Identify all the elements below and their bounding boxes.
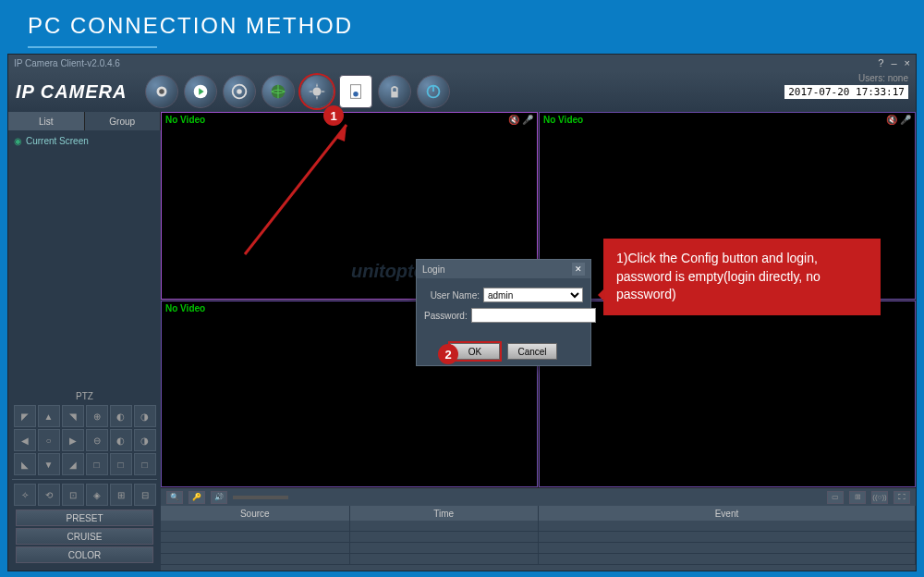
- event-rows: [161, 521, 916, 565]
- globe-small-icon: ◉: [14, 136, 22, 146]
- ptz-right[interactable]: ▶: [62, 429, 84, 451]
- dialog-titlebar: Login ✕: [417, 260, 590, 278]
- sidebar: List Group ◉ Current Screen PTZ ◤ ▲ ◥ ⊕ …: [8, 112, 161, 571]
- ptz-footer: PRESET CRUISE COLOR: [12, 506, 157, 567]
- speaker-icon[interactable]: 🔊: [211, 491, 227, 504]
- layout-1-icon[interactable]: ▭: [827, 491, 844, 504]
- ptz-down-left[interactable]: ◣: [14, 453, 36, 475]
- toolbar-icons: [145, 75, 450, 108]
- ptz-zoom-out[interactable]: ⊖: [86, 429, 108, 451]
- help-button[interactable]: ?: [878, 57, 883, 68]
- color-button[interactable]: COLOR: [16, 546, 153, 563]
- svg-point-1: [160, 89, 165, 94]
- device-tree: ◉ Current Screen: [8, 130, 161, 384]
- video-label: No Video: [165, 303, 205, 313]
- ptz-extra-3[interactable]: □: [134, 453, 156, 475]
- ptz-focus-near[interactable]: ◐: [110, 429, 132, 451]
- ptz-aux-2[interactable]: ⟲: [38, 484, 60, 506]
- banner-title: PC CONNECTION METHOD: [28, 13, 353, 39]
- ptz-title: PTZ: [12, 387, 157, 405]
- svg-point-6: [313, 87, 322, 95]
- event-header: Source Time Event: [161, 506, 916, 521]
- camera-icon[interactable]: [145, 75, 178, 108]
- ptz-panel: PTZ ◤ ▲ ◥ ⊕ ◐ ◑ ◀ ○ ▶ ⊖ ◐ ◑ ◣ ▼ ◢: [8, 384, 161, 571]
- event-table: Source Time Event: [161, 506, 916, 571]
- username-label: User Name:: [424, 290, 480, 301]
- toolbar-status: Users: none 2017-07-20 17:33:17: [784, 73, 908, 99]
- config-gear-icon[interactable]: [300, 75, 334, 108]
- minimize-button[interactable]: –: [891, 57, 896, 68]
- lock-icon[interactable]: [378, 75, 411, 108]
- event-row: [161, 554, 916, 565]
- ptz-up-right[interactable]: ◥: [62, 405, 84, 427]
- ptz-iris-open[interactable]: ◑: [134, 405, 156, 427]
- ptz-iris-close[interactable]: ◑: [134, 429, 156, 451]
- volume-slider[interactable]: [233, 496, 288, 499]
- cancel-button[interactable]: Cancel: [507, 343, 557, 360]
- ptz-up[interactable]: ▲: [38, 405, 60, 427]
- video-label: No Video: [543, 115, 583, 125]
- col-event: Event: [539, 506, 916, 521]
- ptz-extra-1[interactable]: □: [86, 453, 108, 475]
- event-row: [161, 532, 916, 543]
- ptz-aux-4[interactable]: ◈: [86, 484, 108, 506]
- tree-item-current-screen[interactable]: ◉ Current Screen: [12, 134, 157, 148]
- instruction-banner: PC CONNECTION METHOD: [0, 0, 924, 51]
- bottom-toolbar: 🔍 🔑 🔊 ▭ ⊞ ((○)) ⛶: [161, 487, 916, 506]
- ptz-aux-grid: ✧ ⟲ ⊡ ◈ ⊞ ⊟: [12, 484, 157, 506]
- ptz-focus-far[interactable]: ◐: [110, 405, 132, 427]
- svg-point-8: [354, 92, 359, 97]
- record-icon[interactable]: [223, 75, 256, 108]
- ptz-aux-3[interactable]: ⊡: [62, 484, 84, 506]
- instruction-callout: 1)Click the Config button and login, pas…: [603, 239, 881, 315]
- ptz-down-right[interactable]: ◢: [62, 453, 84, 475]
- dialog-body: User Name: admin Password:: [417, 278, 590, 338]
- password-input[interactable]: [471, 308, 596, 323]
- ptz-extra-2[interactable]: □: [110, 453, 132, 475]
- dialog-close-button[interactable]: ✕: [572, 263, 585, 276]
- sidebar-tabs: List Group: [8, 112, 161, 130]
- ptz-down[interactable]: ▼: [38, 453, 60, 475]
- play-icon[interactable]: [184, 75, 217, 108]
- password-label: Password:: [424, 311, 468, 321]
- svg-rect-9: [392, 92, 398, 97]
- power-icon[interactable]: [417, 75, 450, 108]
- layout-4-icon[interactable]: ⊞: [849, 491, 866, 504]
- ptz-grid: ◤ ▲ ◥ ⊕ ◐ ◑ ◀ ○ ▶ ⊖ ◐ ◑ ◣ ▼ ◢ □ □: [12, 405, 157, 475]
- preset-button[interactable]: PRESET: [16, 509, 153, 526]
- key-icon[interactable]: 🔑: [188, 491, 205, 504]
- ptz-aux-5[interactable]: ⊞: [110, 484, 132, 506]
- ptz-aux-6[interactable]: ⊟: [134, 484, 156, 506]
- ptz-up-left[interactable]: ◤: [14, 405, 36, 427]
- callout-text: 1)Click the Config button and login, pas…: [616, 251, 821, 301]
- tab-group[interactable]: Group: [85, 112, 162, 130]
- tab-list[interactable]: List: [8, 112, 85, 130]
- video-panel-4[interactable]: [539, 301, 916, 488]
- window-controls: ? – ×: [878, 57, 910, 68]
- audio-icons: 🔇 🎤: [886, 115, 911, 125]
- layout-9-icon[interactable]: ((○)): [871, 491, 888, 504]
- close-button[interactable]: ×: [905, 57, 910, 68]
- svg-point-4: [237, 89, 243, 94]
- marker-1: 1: [323, 105, 344, 126]
- ptz-zoom-in[interactable]: ⊕: [86, 405, 108, 427]
- col-source: Source: [161, 506, 350, 521]
- ptz-left[interactable]: ◀: [14, 429, 36, 451]
- col-time: Time: [350, 506, 540, 521]
- search-small-icon[interactable]: 🔍: [166, 491, 183, 504]
- dialog-title-text: Login: [422, 264, 444, 275]
- cruise-button[interactable]: CRUISE: [16, 528, 153, 545]
- video-label: No Video: [165, 115, 205, 125]
- password-row: Password:: [424, 308, 583, 323]
- globe-icon[interactable]: [261, 75, 295, 108]
- ptz-center[interactable]: ○: [38, 429, 60, 451]
- username-select[interactable]: admin: [483, 288, 583, 302]
- titlebar: IP Camera Client-v2.0.4.6 ? – ×: [8, 55, 916, 71]
- main-toolbar: IP CAMERA Users: none 2017-07-20 17:33:1…: [8, 71, 916, 112]
- banner-underline: [28, 46, 157, 48]
- fullscreen-icon[interactable]: ⛶: [894, 491, 910, 504]
- ptz-aux-1[interactable]: ✧: [14, 484, 36, 506]
- username-row: User Name: admin: [424, 288, 583, 302]
- document-icon[interactable]: [339, 75, 372, 108]
- event-row: [161, 521, 916, 532]
